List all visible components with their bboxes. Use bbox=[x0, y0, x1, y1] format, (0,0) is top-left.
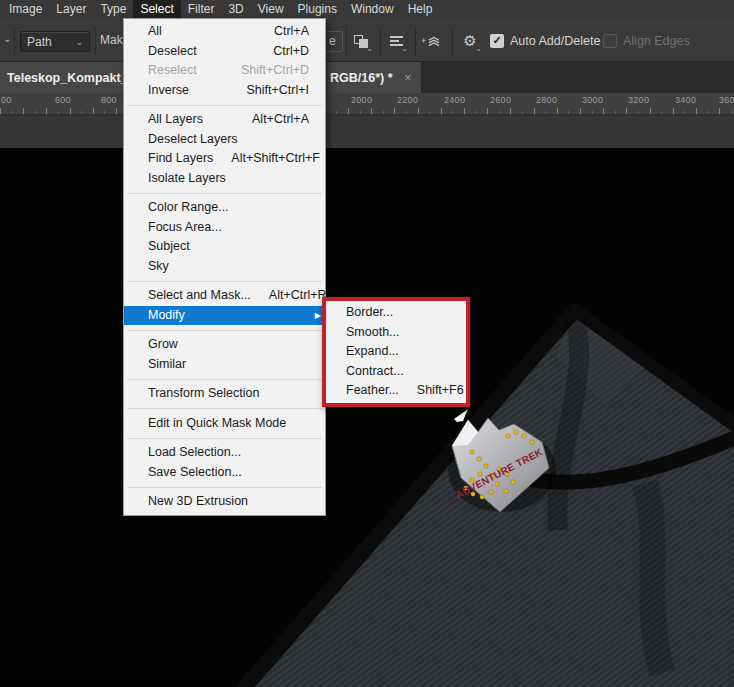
menu-item-similar[interactable]: Similar bbox=[124, 355, 325, 375]
close-icon[interactable]: × bbox=[401, 70, 415, 85]
menu-item-label: Sky bbox=[148, 257, 291, 277]
make-label: Mak bbox=[100, 33, 123, 47]
menu-item-label: Contract... bbox=[346, 362, 435, 382]
separator bbox=[415, 27, 416, 55]
menu-item-shortcut: Ctrl+A bbox=[274, 22, 309, 42]
menu-item-inverse[interactable]: InverseShift+Ctrl+I bbox=[124, 81, 325, 101]
menu-item-label: All bbox=[148, 22, 256, 42]
ruler-label: 3400 bbox=[675, 95, 696, 105]
path-alignment-icon[interactable]: ⌄ bbox=[386, 32, 406, 50]
menu-item-edit-in-quick-mask-mode[interactable]: Edit in Quick Mask Mode bbox=[124, 414, 325, 434]
ruler-label: 2400 bbox=[444, 95, 465, 105]
menu-item-color-range[interactable]: Color Range... bbox=[124, 198, 325, 218]
menu-item-focus-area[interactable]: Focus Area... bbox=[124, 218, 325, 238]
align-edges-label: Align Edges bbox=[623, 34, 690, 48]
ruler-label: 800 bbox=[101, 95, 117, 105]
menu-item-find-layers[interactable]: Find LayersAlt+Shift+Ctrl+F bbox=[124, 149, 325, 169]
ruler-label: 00 bbox=[1, 95, 12, 105]
menu-separator bbox=[127, 281, 322, 282]
menu-item-grow[interactable]: Grow bbox=[124, 335, 325, 355]
path-arrangement-icon[interactable]: + bbox=[421, 32, 441, 50]
menu-item-label: Edit in Quick Mask Mode bbox=[148, 414, 291, 434]
submenu-item-feather[interactable]: Feather...Shift+F6 bbox=[326, 381, 466, 401]
ruler-label: 3000 bbox=[582, 95, 603, 105]
photo-canvas[interactable]: ADVENTURE TREK bbox=[0, 148, 734, 687]
chevron-down-icon: ⌄ bbox=[401, 44, 408, 53]
gear-icon[interactable]: ⚙ ⌄ bbox=[460, 32, 480, 50]
menu-separator bbox=[127, 438, 322, 439]
menu-item-label: Feather... bbox=[346, 381, 399, 401]
menu-item-shortcut: Shift+Ctrl+D bbox=[241, 61, 309, 81]
menubar-item-type[interactable]: Type bbox=[93, 0, 133, 19]
menu-separator bbox=[127, 487, 322, 488]
submenu-item-expand[interactable]: Expand... bbox=[326, 342, 466, 362]
ruler-label: 2200 bbox=[397, 95, 418, 105]
submenu-arrow-icon: ▶ bbox=[315, 306, 321, 326]
modify-submenu: Border...Smooth...Expand...Contract...Fe… bbox=[322, 297, 470, 407]
menu-item-label: Save Selection... bbox=[148, 463, 291, 483]
menu-item-isolate-layers[interactable]: Isolate Layers bbox=[124, 169, 325, 189]
menubar-item-image[interactable]: Image bbox=[2, 0, 49, 19]
menu-item-label: Transform Selection bbox=[148, 384, 291, 404]
menubar-item-view[interactable]: View bbox=[251, 0, 291, 19]
menu-item-deselect-layers[interactable]: Deselect Layers bbox=[124, 130, 325, 150]
menubar-item-filter[interactable]: Filter bbox=[181, 0, 222, 19]
separator bbox=[346, 27, 347, 55]
menubar-item-plugins[interactable]: Plugins bbox=[291, 0, 344, 19]
menu-item-reselect[interactable]: ReselectShift+Ctrl+D bbox=[124, 61, 325, 81]
menu-item-label: Subject bbox=[148, 237, 291, 257]
ruler-label: 3200 bbox=[628, 95, 649, 105]
auto-add-delete-option: ✓ Auto Add/Delete bbox=[490, 19, 600, 62]
pasteboard bbox=[0, 115, 734, 148]
menu-separator bbox=[127, 379, 322, 380]
menu-item-label: Color Range... bbox=[148, 198, 291, 218]
submenu-item-contract[interactable]: Contract... bbox=[326, 362, 466, 382]
menu-separator bbox=[127, 105, 322, 106]
menu-item-label: New 3D Extrusion bbox=[148, 492, 291, 512]
menu-item-label: Deselect Layers bbox=[148, 130, 291, 150]
submenu-item-smooth[interactable]: Smooth... bbox=[326, 323, 466, 343]
menu-item-label: Focus Area... bbox=[148, 218, 291, 238]
menu-item-shortcut: Shift+Ctrl+I bbox=[246, 81, 309, 101]
menubar-item-3d[interactable]: 3D bbox=[221, 0, 250, 19]
ruler-label: 3600 bbox=[719, 95, 734, 105]
menubar-item-help[interactable]: Help bbox=[401, 0, 440, 19]
menu-item-shortcut: Alt+Ctrl+R bbox=[269, 286, 327, 306]
align-edges-checkbox[interactable] bbox=[603, 34, 617, 48]
menu-item-save-selection[interactable]: Save Selection... bbox=[124, 463, 325, 483]
menubar-item-window[interactable]: Window bbox=[344, 0, 401, 19]
menu-item-new-3d-extrusion[interactable]: New 3D Extrusion bbox=[124, 492, 325, 512]
chevron-down-icon: ⌄ bbox=[475, 44, 482, 53]
separator bbox=[95, 27, 96, 55]
menubar-item-select[interactable]: Select bbox=[133, 0, 180, 19]
document-title-right: RGB/16*) * bbox=[330, 71, 393, 85]
shape-button-fragment[interactable]: e bbox=[326, 31, 343, 52]
menu-item-transform-selection[interactable]: Transform Selection bbox=[124, 384, 325, 404]
tool-preset-chevron-icon[interactable]: ⌄ bbox=[3, 33, 11, 44]
menu-separator bbox=[127, 193, 322, 194]
menu-item-all[interactable]: AllCtrl+A bbox=[124, 22, 325, 42]
menu-item-modify[interactable]: Modify▶ bbox=[124, 306, 325, 326]
select-menu: AllCtrl+ADeselectCtrl+DReselectShift+Ctr… bbox=[123, 18, 326, 516]
menubar-item-layer[interactable]: Layer bbox=[49, 0, 93, 19]
menu-item-deselect[interactable]: DeselectCtrl+D bbox=[124, 42, 325, 62]
path-mode-dropdown[interactable]: Path ⌄ bbox=[20, 31, 90, 52]
menu-item-sky[interactable]: Sky bbox=[124, 257, 325, 277]
pouch-photo bbox=[0, 148, 734, 687]
menu-item-select-and-mask[interactable]: Select and Mask...Alt+Ctrl+R bbox=[124, 286, 325, 306]
ruler-label: 2800 bbox=[536, 95, 557, 105]
path-operations-icon[interactable]: ⌄ bbox=[351, 32, 371, 50]
submenu-item-border[interactable]: Border... bbox=[326, 303, 466, 323]
ruler-label: 2000 bbox=[351, 95, 372, 105]
auto-add-delete-checkbox[interactable]: ✓ bbox=[490, 34, 504, 48]
separator bbox=[14, 27, 15, 55]
menu-item-shortcut: Ctrl+D bbox=[273, 42, 309, 62]
menu-item-load-selection[interactable]: Load Selection... bbox=[124, 443, 325, 463]
ruler-label: 600 bbox=[55, 95, 71, 105]
menu-item-subject[interactable]: Subject bbox=[124, 237, 325, 257]
menu-item-label: Modify bbox=[148, 306, 291, 326]
menu-item-all-layers[interactable]: All LayersAlt+Ctrl+A bbox=[124, 110, 325, 130]
menu-item-shortcut: Shift+F6 bbox=[417, 381, 464, 401]
menu-item-label: Select and Mask... bbox=[148, 286, 251, 306]
separator bbox=[380, 27, 381, 55]
